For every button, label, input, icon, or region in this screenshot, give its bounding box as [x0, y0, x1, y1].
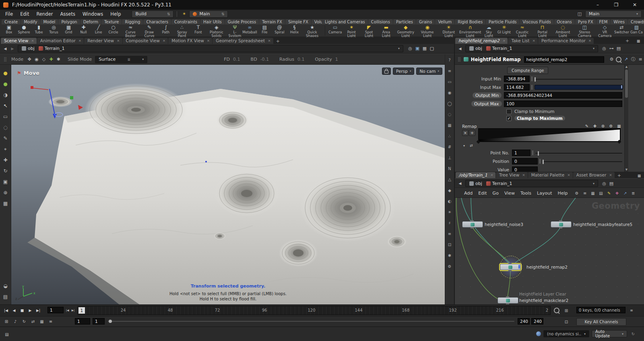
favorites-star-icon[interactable]: ✶ — [180, 10, 188, 18]
point-no-slider[interactable] — [535, 153, 622, 154]
stop-button[interactable]: ■ — [19, 307, 26, 314]
pin-tab-icon[interactable]: ◎ — [407, 45, 414, 52]
network-menu-item[interactable]: Help — [555, 191, 571, 196]
gear-icon[interactable]: ⚙ — [608, 56, 615, 63]
shelf-tool-ambient-light[interactable]: ◌ Ambient Light — [552, 25, 574, 37]
shelf-tool-caustic-light[interactable]: ≈ Caustic Light — [512, 25, 533, 37]
shelf-tool-point-light[interactable]: ✶ Point Light — [343, 25, 360, 37]
shelf-tab[interactable]: Rigid Bodies — [455, 19, 485, 25]
display-objects-icon[interactable]: ▦ — [446, 122, 453, 128]
network-menu-item[interactable]: Add — [461, 191, 475, 196]
pin-tab-icon[interactable]: ◎ — [601, 180, 608, 187]
ramp-delete-point-button[interactable]: × — [462, 130, 469, 136]
shelf-tab[interactable]: Simple FX — [285, 19, 311, 25]
jump-to-start-button[interactable]: |◀ — [2, 307, 10, 314]
shelf-tool-platonic-solids[interactable]: ◈ Platonic Solids — [206, 25, 227, 37]
help-icon[interactable]: ? — [446, 57, 453, 63]
breadcrumb-obj[interactable]: obj — [20, 46, 37, 51]
lock-camera-icon[interactable]: ◉ — [446, 89, 453, 96]
minimize-button[interactable]: – — [588, 0, 607, 10]
network-display-icon[interactable]: ≣ — [630, 190, 636, 196]
shelf-tab[interactable]: Texture — [101, 19, 122, 25]
scene-viewport[interactable]: ⚑ Move Persp No cam x y z Transform sele… — [11, 65, 445, 304]
shelf-tool-quick-shapes[interactable]: ★ Quick Shapes — [302, 25, 322, 37]
tool-numeric-field[interactable]: Radius 0.1 — [279, 57, 304, 62]
node-heightfield-maskclear2[interactable] — [497, 297, 518, 304]
shelf-tab[interactable]: Constraints — [171, 19, 200, 25]
info-icon[interactable]: ⓘ — [630, 56, 637, 63]
update-mode-select[interactable]: Auto Update — [592, 330, 627, 337]
grid-toggle-icon[interactable]: ♯ — [446, 220, 453, 226]
shelf-tool-draw-curve[interactable]: ✎ Draw Curve — [140, 25, 159, 37]
breadcrumb-obj[interactable]: obj — [467, 46, 484, 51]
close-button[interactable]: ✕ — [625, 0, 644, 10]
shelf-tab[interactable]: Modify — [21, 19, 40, 25]
playbar-menu-icon[interactable]: ≡ — [628, 307, 635, 314]
network-tab[interactable]: Asset Browser — [573, 172, 615, 178]
hide-other-objects-icon[interactable]: ◯ — [446, 100, 453, 107]
position-slider[interactable] — [543, 161, 622, 162]
pane-tab[interactable]: Animation Editor — [37, 38, 84, 44]
camera-menu[interactable]: No cam — [416, 68, 442, 75]
search-icon[interactable] — [615, 56, 622, 63]
dopesheet-toggle-icon[interactable]: ▦ — [39, 318, 45, 325]
shelf-tab[interactable]: Characters — [143, 19, 171, 25]
shelf-tool-curve-bezier[interactable]: ≈ Curve Bezier — [121, 25, 140, 37]
shelf-tab[interactable]: Collisions — [368, 19, 393, 25]
node-heightfield-noise3[interactable] — [462, 221, 483, 228]
play-reverse-button[interactable]: ◀ — [10, 307, 18, 314]
output-min-field[interactable]: -368.8936462402344 — [504, 92, 622, 99]
brush-select-icon[interactable]: ✎ — [2, 135, 10, 142]
shelf-tool-portal-light[interactable]: ⊓ Portal Light — [533, 25, 552, 37]
ghost-objects-icon[interactable]: ◌ — [446, 111, 453, 117]
terrain-mask-brush-icon[interactable]: ◑ — [2, 91, 10, 99]
color-palette-icon[interactable]: ❖ — [614, 190, 620, 196]
shelf-tool-path[interactable]: ∫ Path — [158, 25, 173, 35]
shelf-tool-helix[interactable]: § Helix — [287, 25, 302, 35]
input-max-field[interactable]: 114.682 — [504, 84, 530, 90]
pane-menu-icon[interactable]: ▤ — [615, 45, 622, 52]
shelf-tab[interactable]: Grains — [416, 19, 435, 25]
slide-mode-select[interactable]: Surface ≣ — [95, 56, 147, 63]
pane-menu-icon[interactable]: ▤ — [608, 180, 615, 187]
shelf-tool-spray-paint[interactable]: ∴ Spray Paint — [173, 25, 191, 37]
play-button[interactable]: ▶ — [27, 307, 34, 314]
network-editor[interactable]: Geometry heightfield_noise3 heightfield_… — [455, 198, 644, 304]
shelf-tab[interactable]: FEM — [597, 19, 611, 25]
breadcrumb-terrain[interactable]: Terrain_1 — [484, 181, 514, 186]
shelf-tool-metaball[interactable]: ∞ Metaball — [242, 25, 257, 35]
detail-mode-icon[interactable]: ◇ — [40, 56, 47, 63]
shelf-tab[interactable]: Deform — [80, 19, 101, 25]
shelf-tool-spot-light[interactable]: ◤ Spot Light — [360, 25, 378, 37]
sticky-note-icon[interactable]: ✎ — [606, 190, 612, 196]
primitive-numbers-icon[interactable]: N — [446, 165, 453, 172]
shelf-tab[interactable]: Rigging — [122, 19, 143, 25]
maximize-button[interactable]: ❐ — [607, 0, 625, 10]
shelf-tool-gi-light[interactable]: ✳ GI Light — [497, 25, 512, 35]
pane-tab[interactable]: Composite View — [123, 38, 168, 44]
pane-menu-icon[interactable]: ≡ — [446, 68, 453, 74]
shelf-tab[interactable]: Pyro FX — [575, 19, 596, 25]
orient-mode-icon[interactable]: ✚ — [47, 56, 55, 63]
add-pane-tab-button[interactable]: + — [274, 39, 282, 44]
laser-select-icon[interactable]: ⌖ — [2, 146, 10, 153]
network-breadcrumb[interactable]: obj Terrain_1 ▾ — [465, 180, 598, 187]
handle-mode-icon[interactable]: ✥ — [26, 56, 33, 63]
shelf-tab[interactable]: Crowds — [628, 19, 644, 25]
shelf-tool-stereo-camera[interactable]: ◫ Stereo Camera — [574, 25, 595, 37]
back-arrow-icon[interactable]: ◀ — [2, 45, 9, 52]
shelf-tool-sky-light[interactable]: ☁ Sky Light — [481, 25, 497, 37]
compute-range-button[interactable]: Compute Range — [507, 67, 548, 74]
network-tab[interactable]: /obj/Terrain_1 — [456, 172, 495, 178]
point-markers-icon[interactable]: ∴ — [446, 133, 453, 139]
shelf-tab[interactable]: Hair Utils — [200, 19, 225, 25]
peak-mode-icon[interactable]: ✱ — [55, 56, 62, 63]
shelf-tool-tube[interactable]: ▮ Tube — [31, 25, 46, 35]
tool-numeric-field[interactable]: Opacity 1 — [315, 57, 338, 62]
chevron-down-icon[interactable]: ▾ — [591, 182, 596, 185]
shelf-tool-spiral[interactable]: @ Spiral — [272, 25, 287, 35]
pane-tab[interactable]: Performance Monitor — [538, 38, 594, 44]
clamp-max-checkbox[interactable]: ✓ — [506, 116, 512, 121]
main-toolbar-selector[interactable]: Main — [189, 10, 228, 18]
shelf-tool-grid[interactable]: ▦ Grid — [61, 25, 76, 35]
